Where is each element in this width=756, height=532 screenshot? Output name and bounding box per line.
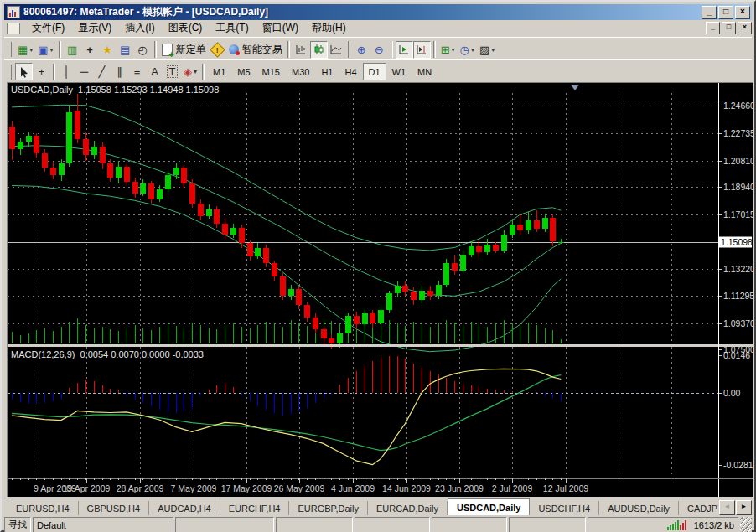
toolbar-grip[interactable] (8, 42, 12, 57)
status-cell (509, 517, 586, 532)
close-button[interactable]: × (735, 6, 750, 19)
timeframe-h4[interactable]: H4 (339, 63, 362, 80)
chart-shift-button[interactable] (413, 41, 431, 59)
chart-tab-audusd-daily[interactable]: AUDUSD,Daily (599, 501, 679, 515)
toolbar-grip[interactable] (8, 65, 12, 80)
candlestick-icon (313, 44, 324, 55)
price-chart-canvas[interactable]: 1.246601.227351.208101.189401.170151.132… (8, 83, 753, 497)
market-watch-button[interactable]: ▥ (64, 41, 81, 59)
timeframe-m1[interactable]: M1 (207, 63, 231, 80)
svg-text:14 Jun 2009: 14 Jun 2009 (382, 483, 431, 493)
templates-button[interactable]: ▨▾ (477, 41, 497, 59)
menu-file[interactable]: 文件(F) (25, 19, 71, 37)
svg-text:23 Jun 2009: 23 Jun 2009 (435, 483, 484, 493)
chart-tab-eurgbp-daily[interactable]: EURGBP,Daily (289, 501, 368, 515)
svg-text:1.09370: 1.09370 (723, 318, 753, 328)
maximize-button[interactable]: □ (718, 6, 733, 19)
crosshair-button[interactable]: + (33, 63, 50, 80)
periods-button[interactable]: ◷▾ (458, 41, 477, 59)
svg-text:-0.0281: -0.0281 (723, 460, 753, 470)
tab-scroll-left-button[interactable]: ◄ (719, 500, 735, 515)
connection-bars-icon (667, 520, 687, 530)
text-label-icon: T (167, 65, 179, 78)
svg-text:2 Jul 2009: 2 Jul 2009 (492, 483, 533, 493)
zoom-out-button[interactable]: ⊖ (370, 41, 388, 59)
svg-text:26 May 2009: 26 May 2009 (274, 483, 325, 493)
chart-window-icon[interactable] (7, 23, 20, 34)
menu-window[interactable]: 窗口(W) (256, 19, 305, 37)
data-window-button[interactable]: + (81, 41, 99, 59)
menu-insert[interactable]: 插入(I) (118, 19, 161, 37)
chart-tab-audcad-h4[interactable]: AUDCAD,H4 (149, 501, 220, 515)
crosshair-icon: + (86, 44, 93, 55)
bar-chart-button[interactable] (293, 41, 310, 59)
menu-view[interactable]: 显示(V) (71, 19, 118, 37)
indicators-button[interactable]: ⊞▾ (438, 41, 458, 59)
traffic-counter: 1613/2 kb (694, 520, 734, 530)
new-chart-button[interactable]: ▦▾ (15, 41, 35, 59)
chart-ohlc: 1.15058 1.15293 1.14948 1.15098 (78, 85, 219, 95)
horizontal-line-button[interactable]: ─ (75, 63, 93, 80)
channel-icon: ∥ (117, 66, 122, 77)
menu-help[interactable]: 帮助(H) (305, 19, 353, 37)
line-chart-icon (330, 44, 342, 55)
alert-button[interactable]: ! (209, 41, 226, 59)
title-bar[interactable]: 800061497: MetaTrader - 模拟帐户 - [USDCAD,D… (4, 4, 752, 20)
chart-tab-cadjpy-h4[interactable]: CADJPY,H4 (679, 501, 718, 515)
timeframe-mn[interactable]: MN (412, 63, 438, 80)
auto-scroll-button[interactable] (396, 41, 413, 59)
expert-advisors-button[interactable]: 智能交易 (226, 41, 285, 59)
chart-tab-eurchf-h4[interactable]: EURCHF,H4 (220, 501, 290, 515)
mdi-minimize-button[interactable]: _ (706, 22, 720, 34)
profiles-button[interactable]: ▣▾ (35, 41, 55, 59)
mdi-close-button[interactable]: × (738, 22, 752, 34)
fibonacci-button[interactable]: ≡ (128, 63, 146, 80)
svg-text:0.0146: 0.0146 (723, 350, 750, 360)
mdi-restore-button[interactable]: □ (722, 22, 736, 34)
chart-tab-eurusd-h4[interactable]: EURUSD,H4 (8, 501, 79, 515)
clock-icon: ◷ (460, 44, 469, 55)
bar-chart-icon (295, 44, 307, 55)
chart-tab-eurcad-daily[interactable]: EURCAD,Daily (368, 501, 448, 515)
chevron-down-icon: ▾ (50, 46, 54, 54)
star-icon: ★ (102, 44, 112, 55)
line-chart-button[interactable] (328, 41, 345, 59)
zoom-in-button[interactable]: ⊕ (353, 41, 370, 59)
chart-tab-usdchf-h4[interactable]: USDCHF,H4 (530, 501, 599, 515)
text-label-button[interactable]: T (163, 63, 181, 80)
horizontal-line-icon: ─ (80, 66, 88, 77)
new-order-button[interactable]: +新定单 (159, 41, 209, 59)
channel-button[interactable]: ∥ (111, 63, 128, 80)
tab-scroll-right-button[interactable]: ► (736, 500, 752, 515)
timeframe-w1[interactable]: W1 (386, 63, 412, 80)
new-order-label: 新定单 (176, 43, 206, 57)
timeframe-m5[interactable]: M5 (231, 63, 256, 80)
arrows-button[interactable]: ◈▾ (181, 63, 199, 80)
macd-name: MACD(12,26,9) (11, 349, 75, 359)
chart-tab-gbpusd-h4[interactable]: GBPUSD,H4 (79, 501, 150, 515)
candlestick-button[interactable] (310, 41, 328, 59)
menu-charts[interactable]: 图表(C) (162, 19, 210, 37)
vertical-line-button[interactable]: │ (58, 63, 75, 80)
navigator-button[interactable]: ★ (99, 41, 117, 59)
chart-tab-bar: EURUSD,H4GBPUSD,H4AUDCAD,H4EURCHF,H4EURG… (4, 498, 752, 515)
strategy-tester-button[interactable]: ◴ (134, 41, 152, 59)
text-button[interactable]: A (146, 63, 163, 80)
minimize-button[interactable]: _ (702, 6, 717, 19)
chart-area[interactable]: USDCAD,Daily 1.15058 1.15293 1.14948 1.1… (7, 82, 753, 497)
timeframe-m15[interactable]: M15 (256, 63, 286, 80)
trendline-button[interactable]: ╱ (93, 63, 111, 80)
timeframe-m30[interactable]: M30 (286, 63, 315, 80)
timeframe-d1[interactable]: D1 (363, 63, 386, 80)
macd-header: MACD(12,26,9) 0.0054 0.0070 0.0000 -0.00… (11, 349, 204, 359)
resize-grip[interactable] (740, 517, 752, 532)
chevron-down-icon: ▾ (471, 46, 474, 54)
window-title: 800061497: MetaTrader - 模拟帐户 - [USDCAD,D… (23, 5, 700, 19)
chart-tab-usdcad-daily[interactable]: USDCAD,Daily (448, 498, 530, 515)
zoom-out-icon: ⊖ (375, 44, 384, 55)
menu-tools[interactable]: 工具(T) (209, 19, 255, 37)
status-profile[interactable]: Default (33, 517, 173, 532)
cursor-button[interactable] (15, 63, 33, 80)
timeframe-h1[interactable]: H1 (315, 63, 339, 80)
terminal-button[interactable]: ▤ (117, 41, 134, 59)
